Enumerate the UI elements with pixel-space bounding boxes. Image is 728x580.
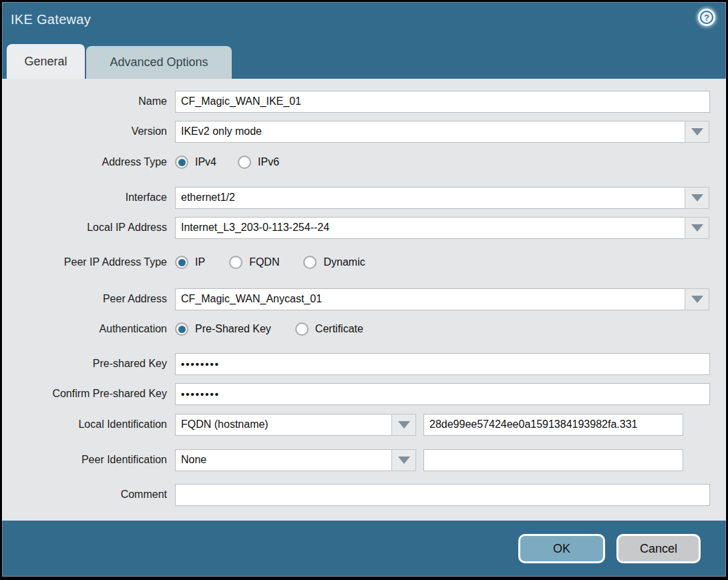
- local-identification-label: Local Identification: [3, 413, 167, 436]
- help-button[interactable]: ?: [698, 9, 715, 26]
- preshared-key-label: Pre-shared Key: [3, 352, 167, 375]
- chevron-down-icon: [691, 224, 703, 232]
- local-identification-row: Local Identification: [3, 413, 725, 436]
- name-input[interactable]: [175, 91, 710, 113]
- dialog-footer: OK Cancel: [2, 521, 726, 577]
- radio-peer-ip[interactable]: IP: [175, 256, 205, 269]
- peer-identification-type-dropdown: [175, 449, 416, 471]
- cancel-button[interactable]: Cancel: [616, 534, 701, 563]
- interface-row: Interface: [3, 186, 725, 209]
- authentication-row: Authentication Pre-Shared Key Certificat…: [3, 318, 725, 340]
- address-type-label: Address Type: [3, 151, 167, 174]
- confirm-preshared-key-label: Confirm Pre-shared Key: [3, 382, 167, 405]
- preshared-key-input[interactable]: [175, 353, 710, 375]
- radio-peer-dynamic-icon: [303, 256, 317, 269]
- radio-peer-fqdn[interactable]: FQDN: [229, 256, 279, 269]
- radio-ipv4-label: IPv4: [195, 156, 216, 168]
- peer-identification-row: Peer Identification: [3, 449, 725, 471]
- peer-address-label: Peer Address: [3, 288, 167, 310]
- radio-ipv6-label: IPv6: [258, 156, 279, 168]
- radio-peer-dynamic[interactable]: Dynamic: [303, 256, 365, 269]
- local-identification-type-input[interactable]: [175, 414, 391, 436]
- comment-label: Comment: [3, 483, 167, 506]
- peer-identification-type-input[interactable]: [175, 449, 391, 471]
- general-tab-panel: Name Version Address Type: [2, 79, 726, 521]
- chevron-down-icon: [691, 296, 703, 303]
- peer-address-row: Peer Address: [3, 288, 725, 310]
- confirm-preshared-key-input[interactable]: [175, 383, 710, 405]
- name-label: Name: [3, 90, 167, 113]
- confirm-preshared-key-row: Confirm Pre-shared Key: [3, 382, 725, 405]
- screen: IKE Gateway ? General Advanced Options N…: [0, 0, 728, 580]
- ok-button[interactable]: OK: [518, 534, 605, 563]
- dialog-header: IKE Gateway ? General Advanced Options: [2, 2, 726, 79]
- peer-type-row: Peer IP Address Type IP FQDN Dynamic: [3, 251, 725, 274]
- question-mark-icon: ?: [700, 11, 713, 24]
- chevron-down-icon: [398, 457, 410, 464]
- version-dropdown-button[interactable]: [685, 121, 709, 143]
- tab-bar: General Advanced Options: [7, 44, 232, 79]
- ike-gateway-dialog: IKE Gateway ? General Advanced Options N…: [2, 2, 726, 577]
- interface-label: Interface: [3, 186, 167, 209]
- tab-general[interactable]: General: [7, 44, 85, 79]
- peer-identification-value-input[interactable]: [423, 449, 683, 471]
- name-row: Name: [3, 90, 725, 113]
- radio-peer-fqdn-icon: [229, 256, 242, 269]
- comment-input[interactable]: [175, 484, 710, 506]
- preshared-key-row: Pre-shared Key: [3, 352, 725, 375]
- chevron-down-icon: [691, 194, 703, 202]
- chevron-down-icon: [691, 128, 703, 135]
- radio-peer-ip-icon: [175, 256, 188, 269]
- local-identification-type-dropdown: [175, 414, 416, 436]
- version-label: Version: [3, 120, 167, 143]
- local-ip-row: Local IP Address: [3, 216, 725, 239]
- local-identification-dropdown-button[interactable]: [391, 414, 416, 436]
- peer-identification-label: Peer Identification: [3, 449, 167, 471]
- radio-preshared-key-label: Pre-Shared Key: [195, 323, 271, 335]
- local-ip-label: Local IP Address: [3, 216, 167, 239]
- radio-ipv6-icon: [238, 156, 251, 169]
- version-dropdown: [175, 121, 709, 143]
- radio-ipv4-icon: [175, 156, 188, 169]
- chevron-down-icon: [398, 421, 410, 428]
- address-type-row: Address Type IPv4 IPv6: [3, 151, 725, 174]
- peer-address-dropdown-button[interactable]: [685, 288, 709, 310]
- local-ip-input[interactable]: [175, 217, 685, 239]
- local-ip-dropdown: [175, 217, 709, 239]
- radio-ipv6[interactable]: IPv6: [238, 156, 279, 169]
- radio-peer-fqdn-label: FQDN: [249, 256, 279, 268]
- authentication-label: Authentication: [3, 318, 167, 340]
- interface-dropdown: [175, 187, 709, 209]
- tab-advanced-options[interactable]: Advanced Options: [86, 46, 232, 79]
- version-row: Version: [3, 120, 725, 143]
- radio-certificate-label: Certificate: [315, 323, 363, 335]
- dialog-title: IKE Gateway: [11, 12, 91, 27]
- peer-identification-dropdown-button[interactable]: [391, 449, 416, 471]
- radio-preshared-key[interactable]: Pre-Shared Key: [175, 322, 271, 336]
- radio-ipv4[interactable]: IPv4: [175, 156, 216, 169]
- radio-certificate[interactable]: Certificate: [295, 322, 363, 336]
- interface-dropdown-button[interactable]: [685, 187, 709, 209]
- radio-peer-dynamic-label: Dynamic: [323, 256, 365, 268]
- radio-preshared-key-icon: [175, 322, 188, 336]
- radio-certificate-icon: [295, 322, 309, 336]
- local-identification-value-input[interactable]: [423, 414, 683, 436]
- local-ip-dropdown-button[interactable]: [685, 217, 709, 239]
- peer-address-dropdown: [175, 288, 709, 310]
- comment-row: Comment: [3, 483, 725, 506]
- radio-peer-ip-label: IP: [195, 256, 205, 268]
- peer-address-input[interactable]: [175, 288, 685, 310]
- peer-type-label: Peer IP Address Type: [3, 251, 167, 274]
- interface-input[interactable]: [175, 187, 685, 209]
- version-input[interactable]: [175, 121, 685, 143]
